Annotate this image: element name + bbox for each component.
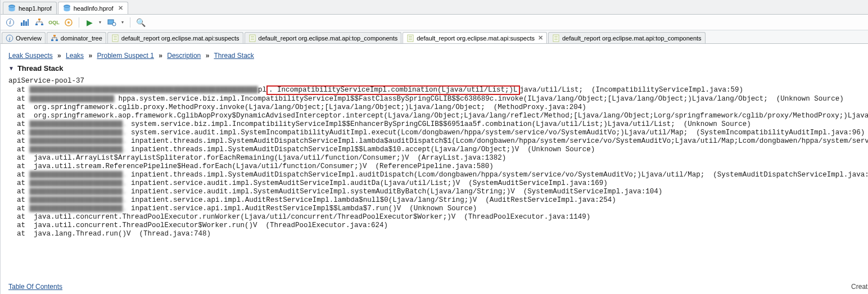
info-icon: i (6, 34, 13, 42)
toolbar-separator (79, 17, 79, 28)
svg-rect-32 (554, 38, 558, 38)
editor-toolbar: i OQL ▶ ▾ ▾ 🔍 (1, 15, 868, 30)
breadcrumb-separator: » (57, 52, 61, 60)
inner-tab-label: default_report org.eclipse.mat.api:top_c… (259, 35, 398, 42)
inner-tab-default-report-top-components-2[interactable]: default_report org.eclipse.mat.api:top_c… (548, 32, 706, 43)
breadcrumb-link-leak-suspects[interactable]: Leak Suspects (8, 52, 53, 60)
file-tab-label: headInfo.hprof (74, 5, 114, 12)
inner-tab-overview[interactable]: i Overview (2, 32, 46, 43)
svg-rect-7 (28, 19, 29, 26)
query-browser-dropdown-icon[interactable]: ▾ (120, 16, 126, 29)
breadcrumb-separator: » (206, 52, 210, 60)
inner-tabstrip: i Overview dominator_tree default_report… (1, 30, 868, 44)
close-icon[interactable]: ✕ (118, 4, 123, 12)
hprof-file-icon (8, 4, 16, 12)
svg-rect-9 (35, 24, 38, 25)
close-icon[interactable]: ✕ (538, 34, 543, 42)
svg-rect-24 (251, 38, 254, 38)
breadcrumb: Leak Suspects » Leaks » Problem Suspect … (1, 44, 868, 63)
svg-rect-17 (56, 39, 58, 41)
footer-toc-link[interactable]: Table Of Contents (8, 283, 62, 291)
breadcrumb-link-leaks[interactable]: Leaks (66, 52, 84, 60)
svg-rect-4 (21, 22, 22, 26)
svg-rect-21 (114, 39, 117, 40)
inner-tab-label: dominator_tree (61, 35, 102, 42)
svg-rect-19 (114, 36, 117, 37)
run-report-icon[interactable]: ▶ (83, 16, 96, 29)
report-icon (248, 34, 256, 42)
footer-created-label: Created by (851, 283, 868, 291)
overview-info-icon[interactable]: i (4, 16, 16, 29)
svg-rect-10 (41, 24, 43, 25)
breadcrumb-link-description[interactable]: Description (167, 52, 201, 60)
dominator-tree-icon[interactable] (33, 16, 46, 29)
inner-tab-label: default_report org.eclipse.mat.api:suspe… (417, 35, 535, 42)
report-footer: Table Of Contents Created by Eclipse Mem… (8, 283, 868, 291)
breadcrumb-link-problem-suspect-1[interactable]: Problem Suspect 1 (97, 52, 154, 60)
report-icon (406, 34, 414, 42)
file-tab-label: heap1.hprof (19, 5, 52, 12)
inner-tab-label: default_report org.eclipse.mat.api:suspe… (121, 35, 239, 42)
find-icon[interactable]: 🔍 (134, 16, 147, 29)
breadcrumb-separator: » (88, 52, 92, 60)
file-tab-heap1[interactable]: heap1.hprof (3, 2, 57, 14)
report-icon (111, 34, 119, 42)
svg-rect-16 (51, 39, 53, 41)
svg-point-12 (67, 21, 70, 24)
histogram-icon[interactable] (19, 16, 31, 29)
run-report-dropdown-icon[interactable]: ▾ (98, 16, 103, 29)
inner-tab-default-report-top-components-1[interactable]: default_report org.eclipse.mat.api:top_c… (245, 32, 402, 43)
breadcrumb-link-thread-stack[interactable]: Thread Stack (214, 52, 254, 60)
svg-rect-31 (554, 36, 558, 37)
svg-rect-25 (251, 39, 254, 40)
query-browser-icon[interactable] (106, 16, 118, 29)
svg-rect-20 (114, 38, 117, 38)
report-icon (552, 34, 560, 42)
section-title: Thread Stack (17, 64, 64, 73)
toolbar-separator (130, 17, 130, 28)
collapse-triangle-icon[interactable]: ▼ (8, 65, 14, 71)
svg-point-14 (112, 22, 116, 26)
file-tab-headinfo[interactable]: headInfo.hprof ✕ (58, 2, 128, 14)
svg-rect-23 (251, 36, 254, 37)
breadcrumb-separator: » (159, 52, 162, 60)
inner-tab-default-report-suspects-2[interactable]: default_report org.eclipse.mat.api:suspe… (403, 32, 547, 43)
svg-rect-33 (554, 39, 558, 40)
hprof-file-icon (63, 4, 71, 12)
svg-rect-6 (25, 21, 27, 26)
section-header: ▼ Thread Stack (1, 63, 868, 77)
svg-rect-27 (409, 36, 412, 37)
svg-rect-28 (409, 38, 412, 38)
inner-tab-label: default_report org.eclipse.mat.api:top_c… (562, 35, 702, 42)
report-body: Leak Suspects » Leaks » Problem Suspect … (1, 44, 868, 294)
editor-tabstrip: heap1.hprof headInfo.hprof ✕ (1, 0, 868, 15)
thread-overview-icon[interactable] (62, 16, 75, 29)
svg-rect-29 (409, 39, 412, 40)
dominator-tree-icon (51, 34, 58, 42)
svg-rect-8 (38, 19, 40, 20)
svg-rect-15 (53, 35, 56, 37)
svg-rect-5 (23, 20, 25, 26)
oql-icon[interactable]: OQL (48, 16, 60, 29)
thread-stack-content: apiService-pool-37 at ▇▇▇▇▇▇▇▇▇▇▇▇▇▇▇▇▇▇… (1, 77, 868, 243)
inner-tab-dominator-tree[interactable]: dominator_tree (47, 32, 106, 43)
inner-tab-default-report-suspects-1[interactable]: default_report org.eclipse.mat.api:suspe… (107, 32, 243, 43)
inner-tab-label: Overview (16, 35, 42, 42)
